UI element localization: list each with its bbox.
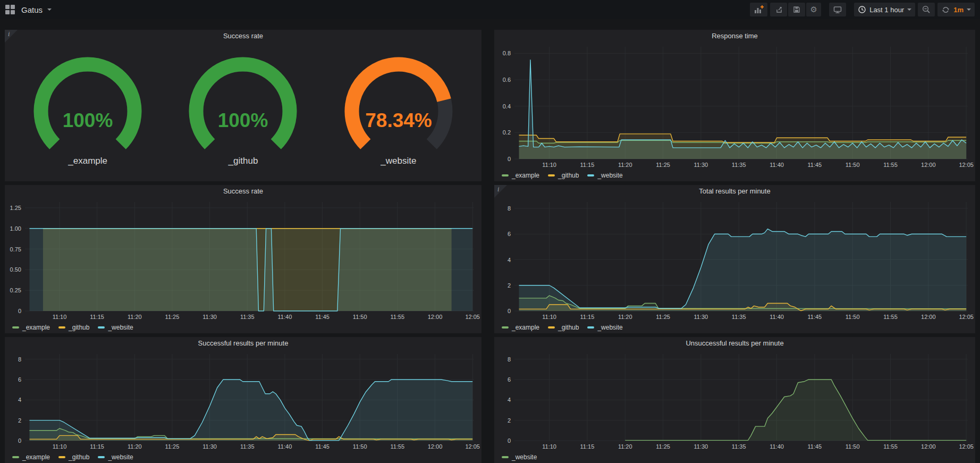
legend-label: _website (597, 324, 622, 331)
legend-item-_example[interactable]: _example (502, 172, 539, 179)
legend-label: _github (558, 324, 579, 331)
refresh-interval-label: 1m (953, 6, 964, 14)
legend-swatch (98, 326, 105, 329)
svg-text:12:05: 12:05 (959, 314, 974, 320)
gauge-value: 78.34% (365, 110, 432, 131)
legend-label: _website (597, 172, 622, 179)
svg-text:4: 4 (18, 397, 21, 403)
legend-item-_website[interactable]: _website (587, 324, 622, 331)
legend-swatch (502, 174, 509, 176)
share-icon (774, 5, 783, 14)
chart-total-results[interactable]: 0246811:1011:1511:2011:2511:3011:3511:40… (494, 198, 975, 322)
legend-label: _website (512, 453, 537, 461)
add-panel-button[interactable] (750, 3, 767, 16)
panel-title[interactable]: Unsuccessful results per minute (494, 337, 975, 350)
svg-text:11:55: 11:55 (391, 314, 405, 320)
panel-info-corner[interactable] (5, 30, 18, 43)
svg-text:11:50: 11:50 (353, 314, 367, 320)
refresh-icon (941, 5, 950, 14)
svg-text:11:30: 11:30 (694, 314, 708, 320)
svg-text:11:40: 11:40 (770, 443, 784, 450)
svg-text:11:25: 11:25 (656, 314, 670, 320)
chart-response-time[interactable]: 00.20.40.60.811:1011:1511:2011:2511:3011… (494, 43, 975, 170)
top-navbar: Gatus (0, 0, 980, 19)
settings-button[interactable]: ⚙ (806, 3, 821, 16)
svg-text:11:50: 11:50 (353, 443, 367, 450)
gear-icon: ⚙ (810, 6, 817, 14)
panel-title[interactable]: Total results per minute (494, 185, 975, 198)
dashboard-title-dropdown[interactable]: Gatus (21, 5, 52, 14)
panel-title[interactable]: Success rate (5, 185, 481, 198)
legend-label: _example (22, 324, 50, 331)
panel-title[interactable]: Response time (494, 30, 975, 43)
legend-item-_github[interactable]: _github (58, 453, 89, 461)
chart-legend: _example_github_website (5, 322, 481, 333)
legend-label: _github (69, 453, 89, 461)
zoom-out-icon (922, 5, 931, 14)
gauge-value: 100% (218, 110, 268, 131)
legend-item-_example[interactable]: _example (12, 453, 50, 461)
svg-text:1.00: 1.00 (10, 225, 21, 232)
legend-swatch (98, 456, 105, 458)
svg-text:4: 4 (508, 257, 511, 263)
time-range-label: Last 1 hour (869, 6, 904, 14)
legend-item-_github[interactable]: _github (548, 324, 579, 331)
panel-total-results: i Total results per minute 0246811:1011:… (494, 185, 975, 333)
legend-swatch (548, 326, 555, 329)
chart-success-rate[interactable]: 00.250.500.751.001.2511:1011:1511:2011:2… (5, 198, 481, 322)
svg-text:0: 0 (18, 308, 21, 314)
chart-successful-results[interactable]: 0246811:1011:1511:2011:2511:3011:3511:40… (5, 350, 481, 451)
chart-unsuccessful-results[interactable]: 0246811:1011:1511:2011:2511:3011:3511:40… (494, 350, 975, 451)
svg-text:12:00: 12:00 (921, 162, 936, 168)
svg-text:0.6: 0.6 (503, 77, 511, 83)
svg-text:12:00: 12:00 (428, 443, 443, 450)
svg-text:0.50: 0.50 (10, 266, 21, 273)
svg-text:0: 0 (508, 308, 511, 314)
legend-item-_website[interactable]: _website (98, 324, 133, 331)
gauge-value: 100% (63, 110, 113, 131)
svg-text:0: 0 (508, 437, 511, 444)
svg-text:11:45: 11:45 (808, 314, 822, 320)
svg-text:11:30: 11:30 (694, 162, 708, 168)
svg-text:12:05: 12:05 (465, 443, 480, 450)
svg-text:2: 2 (508, 282, 511, 289)
legend-label: _example (512, 324, 539, 331)
svg-text:11:30: 11:30 (202, 443, 217, 450)
svg-text:11:10: 11:10 (53, 443, 67, 450)
svg-text:11:50: 11:50 (846, 443, 860, 450)
svg-text:11:25: 11:25 (165, 443, 180, 450)
svg-text:0: 0 (18, 437, 21, 444)
tv-mode-button[interactable] (829, 3, 846, 16)
svg-text:11:50: 11:50 (846, 314, 860, 320)
legend-item-_website[interactable]: _website (98, 453, 133, 461)
share-button[interactable] (770, 3, 787, 16)
svg-text:11:55: 11:55 (883, 162, 898, 168)
legend-item-_example[interactable]: _example (502, 324, 539, 331)
svg-text:11:25: 11:25 (165, 314, 180, 320)
svg-text:11:15: 11:15 (580, 443, 595, 450)
legend-item-_website[interactable]: _website (502, 453, 537, 461)
legend-item-_github[interactable]: _github (548, 172, 579, 179)
legend-item-_github[interactable]: _github (58, 324, 89, 331)
chart-legend: _website (494, 451, 975, 463)
legend-swatch (548, 174, 555, 176)
svg-text:0.8: 0.8 (503, 50, 511, 56)
legend-item-_example[interactable]: _example (12, 324, 50, 331)
svg-text:11:55: 11:55 (883, 314, 898, 320)
zoom-out-button[interactable] (918, 3, 935, 16)
save-button[interactable] (788, 3, 805, 16)
svg-text:11:45: 11:45 (808, 162, 822, 168)
grafana-logo-icon[interactable] (5, 5, 15, 14)
panel-title[interactable]: Success rate (5, 30, 481, 43)
panel-info-corner[interactable] (494, 185, 507, 198)
svg-text:11:15: 11:15 (580, 314, 595, 320)
svg-text:8: 8 (508, 205, 511, 212)
svg-text:11:20: 11:20 (618, 314, 632, 320)
legend-label: _example (22, 453, 50, 461)
refresh-button[interactable]: 1m (937, 3, 975, 16)
chart-legend: _example_github_website (494, 170, 975, 181)
legend-label: _github (69, 324, 89, 331)
time-range-button[interactable]: Last 1 hour (854, 3, 915, 16)
legend-item-_website[interactable]: _website (587, 172, 622, 179)
panel-title[interactable]: Successful results per minute (5, 337, 481, 350)
